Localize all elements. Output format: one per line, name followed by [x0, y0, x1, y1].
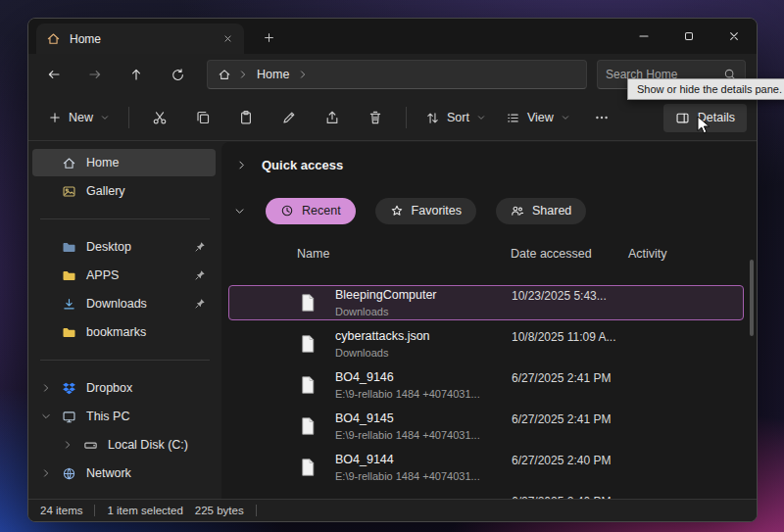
refresh-button[interactable] — [160, 60, 195, 89]
rename-button[interactable] — [270, 101, 308, 134]
tab-label: Home — [70, 32, 101, 46]
sidebar-item-label: bookmarks — [86, 325, 146, 339]
new-button-label: New — [69, 111, 93, 124]
document-icon — [298, 334, 335, 354]
computer-icon — [62, 410, 76, 424]
chevron-right-icon[interactable] — [62, 439, 74, 451]
cut-button[interactable] — [141, 101, 178, 134]
new-tab-button[interactable] — [254, 24, 283, 50]
filter-label: Shared — [532, 204, 571, 218]
forward-button[interactable] — [77, 60, 113, 89]
back-icon — [46, 67, 62, 82]
file-list: BleepingComputerDownloads 10/23/2025 5:4… — [221, 285, 746, 499]
details-pane-tooltip: Show or hide the details pane. — [627, 78, 784, 100]
sidebar-item-downloads[interactable]: Downloads — [32, 290, 216, 317]
close-window-button[interactable] — [711, 19, 757, 54]
up-button[interactable] — [119, 60, 154, 89]
status-divider — [94, 505, 95, 516]
file-name: BleepingComputer — [335, 288, 437, 302]
chevron-down-icon[interactable] — [233, 205, 246, 218]
folder-icon — [62, 268, 76, 283]
item-count: 24 items — [40, 505, 82, 516]
column-header-date-accessed[interactable]: Date accessed — [511, 247, 628, 261]
share-icon — [324, 110, 340, 125]
file-location: E:\9-rellabio 1484 +4074031... — [335, 388, 480, 400]
maximize-button[interactable] — [666, 19, 711, 54]
pin-icon — [194, 241, 206, 253]
file-row[interactable]: BO4_9145E:\9-rellabio 1484 +4074031... 6… — [228, 409, 744, 444]
sidebar-item-bookmarks[interactable]: bookmarks — [32, 318, 216, 346]
refresh-icon — [171, 68, 185, 82]
selection-count: 1 item selected — [107, 505, 182, 516]
copy-icon — [195, 110, 211, 125]
sidebar-item-this-pc[interactable]: This PC — [32, 403, 216, 430]
paste-button[interactable] — [227, 101, 265, 134]
address-bar[interactable]: Home — [207, 60, 587, 89]
chevron-right-icon[interactable] — [40, 467, 52, 479]
file-date: 6/27/2025 2:41 PM — [512, 368, 629, 385]
filter-label: Favorites — [412, 204, 462, 218]
view-button[interactable]: View — [496, 104, 580, 132]
tab-home[interactable]: Home — [36, 24, 244, 54]
plus-icon — [263, 31, 275, 44]
filter-shared[interactable]: Shared — [496, 198, 586, 224]
file-row[interactable]: BleepingComputerDownloads 10/23/2025 5:4… — [228, 285, 744, 320]
pin-icon — [194, 269, 206, 281]
tab-close-button[interactable] — [217, 28, 238, 50]
column-header-activity[interactable]: Activity — [628, 247, 744, 261]
sidebar-item-apps[interactable]: APPS — [32, 262, 216, 289]
chevron-right-icon[interactable] — [40, 382, 52, 394]
status-divider — [256, 505, 257, 516]
chevron-down-icon — [561, 113, 570, 122]
filter-favorites[interactable]: Favorites — [375, 198, 476, 224]
paste-icon — [238, 110, 254, 125]
breadcrumb-home[interactable]: Home — [251, 66, 295, 83]
sidebar-item-label: Downloads — [86, 297, 147, 311]
quick-access-label: Quick access — [262, 158, 343, 172]
share-button[interactable] — [314, 101, 351, 134]
maximize-icon — [682, 29, 696, 43]
navigation-sidebar: Home Gallery Desktop APPS — [28, 142, 221, 499]
vertical-scrollbar[interactable] — [746, 142, 757, 499]
file-row[interactable]: BO4_9143 6/27/2025 2:40 PM — [228, 491, 744, 499]
toolbar-divider — [406, 107, 407, 128]
new-button[interactable]: New — [38, 104, 120, 131]
sidebar-item-local-disk-c[interactable]: Local Disk (C:) — [32, 431, 216, 459]
sidebar-item-label: This PC — [86, 410, 129, 423]
sidebar-item-network[interactable]: Network — [32, 459, 216, 487]
close-icon — [222, 33, 233, 44]
up-icon — [128, 67, 144, 82]
more-options-button[interactable] — [583, 101, 620, 134]
column-header-name[interactable]: Name — [297, 247, 511, 261]
file-row[interactable]: cyberattacks.jsonDownloads 10/8/2025 11:… — [228, 326, 744, 362]
minimize-button[interactable] — [621, 19, 666, 54]
ellipsis-icon — [594, 110, 610, 125]
back-button[interactable] — [36, 60, 72, 89]
delete-icon — [368, 110, 383, 125]
sidebar-item-gallery[interactable]: Gallery — [32, 177, 216, 205]
file-row[interactable]: BO4_9144E:\9-rellabio 1484 +4074031... 6… — [228, 450, 744, 485]
filter-recent[interactable]: Recent — [266, 198, 356, 224]
chevron-down-icon[interactable] — [40, 411, 52, 422]
copy-button[interactable] — [184, 101, 221, 134]
delete-button[interactable] — [357, 101, 394, 134]
file-date: 6/27/2025 2:40 PM — [512, 492, 629, 499]
downloads-icon — [62, 297, 76, 312]
sort-button[interactable]: Sort — [416, 104, 496, 132]
chevron-right-icon[interactable] — [235, 159, 248, 171]
sidebar-item-home[interactable]: Home — [32, 149, 216, 176]
desktop-background: Home Home — [0, 0, 784, 532]
sidebar-item-desktop[interactable]: Desktop — [32, 233, 216, 261]
sidebar-item-label: Gallery — [86, 184, 125, 198]
column-headers: Name Date accessed Activity — [228, 242, 744, 266]
pin-icon — [194, 298, 206, 310]
sidebar-item-dropbox[interactable]: Dropbox — [32, 374, 216, 402]
scrollbar-thumb[interactable] — [750, 260, 754, 336]
sidebar-item-label: Home — [86, 156, 119, 169]
file-row[interactable]: BO4_9146E:\9-rellabio 1484 +4074031... 6… — [228, 367, 744, 403]
sidebar-divider — [40, 218, 210, 219]
filter-label: Recent — [302, 204, 341, 218]
document-icon — [298, 293, 335, 313]
drive-icon — [83, 438, 98, 453]
quick-access-section[interactable]: Quick access — [221, 150, 746, 179]
